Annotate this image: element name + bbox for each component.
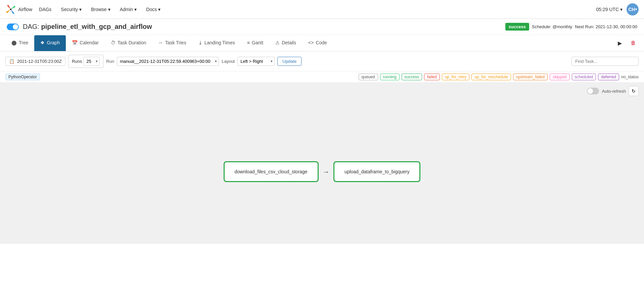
airflow-logo-icon [5, 4, 16, 15]
dag-meta: success Schedule: @monthly Next Run: 202… [505, 23, 637, 31]
tab-details[interactable]: ⚠ Details [269, 35, 302, 51]
layout-select[interactable]: Left > Right Top > Bottom [237, 57, 275, 66]
graph-content: download_files_csv_cloud_storage → uploa… [0, 99, 644, 244]
update-button[interactable]: Update [277, 57, 302, 66]
graph-area: Auto-refresh ↻ download_files_csv_cloud_… [0, 83, 644, 244]
tabs: ⬤ Tree ❖ Graph 📅 Calendar ⏱ Task Duratio… [0, 35, 644, 51]
avatar[interactable]: CH ▾ [627, 3, 639, 15]
svg-point-1 [10, 8, 12, 10]
chevron-down-icon: ▾ [108, 7, 110, 12]
nav-browse[interactable]: Browse ▾ [87, 5, 114, 14]
status-running: running [380, 74, 400, 80]
run-select-wrap: manual__2021-12-31T05:22:59.400963+00:00 [117, 57, 219, 66]
runs-label: Runs [72, 59, 82, 64]
run-label: Run [106, 59, 114, 64]
graph-toolbar: Auto-refresh ↻ [0, 83, 644, 99]
chevron-down-icon: ▾ [620, 7, 623, 12]
runs-select-wrap: 25 [83, 57, 100, 66]
graph-icon: ❖ [40, 40, 45, 45]
tree-icon: ⬤ [11, 40, 17, 45]
calendar-icon: 📋 [9, 59, 14, 64]
status-deferred: deferred [598, 74, 619, 80]
nav-dags[interactable]: DAGs [35, 5, 55, 14]
status-success: success [402, 74, 422, 80]
dag-toggle[interactable] [7, 24, 19, 30]
refresh-icon: ↻ [632, 88, 636, 94]
brand-label: Airflow [18, 7, 32, 12]
status-no-status: no_status [621, 75, 639, 79]
tab-task-duration[interactable]: ⏱ Task Duration [105, 35, 152, 51]
schedule-info: Schedule: @monthly [532, 24, 572, 29]
status-up-for-retry: up_for_retry [442, 74, 470, 80]
status-skipped: skipped [550, 74, 569, 80]
tab-tree[interactable]: ⬤ Tree [5, 35, 34, 51]
code-icon: <> [308, 40, 314, 45]
runs-control: Runs 25 [68, 55, 103, 68]
status-badge: success [505, 23, 529, 31]
runs-select[interactable]: 25 [83, 57, 100, 66]
utc-time[interactable]: 05:29 UTC ▾ [596, 7, 623, 12]
refresh-button[interactable]: ↻ [629, 86, 639, 96]
layout-select-wrap: Left > Right Top > Bottom [237, 57, 275, 66]
status-up-for-reschedule: up_for_reschedule [471, 74, 511, 80]
nav-links: DAGs Security ▾ Browse ▾ Admin ▾ Docs ▾ [35, 5, 165, 14]
status-scheduled: scheduled [572, 74, 596, 80]
status-queued: queued [359, 74, 378, 80]
delete-button[interactable]: 🗑 [628, 38, 639, 48]
tab-landing-times[interactable]: ⤓ Landing Times [192, 35, 241, 51]
landing-times-icon: ⤓ [198, 40, 202, 45]
brand[interactable]: Airflow [5, 4, 32, 15]
tab-gantt[interactable]: ≡ Gantt [241, 35, 269, 51]
chevron-down-icon: ▾ [158, 7, 160, 12]
details-icon: ⚠ [275, 40, 280, 45]
nav-security[interactable]: Security ▾ [57, 5, 86, 14]
calendar-icon: 📅 [72, 40, 78, 45]
operator-badge: PythonOperator [5, 74, 40, 80]
dag-header: DAG: pipeline_etl_with_gcp_and_airflow s… [0, 19, 644, 35]
tab-calendar[interactable]: 📅 Calendar [66, 35, 105, 51]
auto-refresh-toggle[interactable] [587, 88, 599, 94]
dag-node-download[interactable]: download_files_csv_cloud_storage [224, 161, 319, 182]
chevron-down-icon: ▾ [134, 7, 137, 12]
next-run: Next Run: 2021-12-30, 00:00:00 [575, 24, 637, 29]
dag-arrow: → [319, 168, 333, 176]
status-row: PythonOperator queued running success fa… [0, 72, 644, 83]
task-tries-icon: ↔ [158, 40, 163, 45]
nav-right: 05:29 UTC ▾ CH ▾ [596, 3, 639, 15]
auto-refresh-label: Auto-refresh [602, 89, 626, 94]
status-failed: failed [424, 74, 440, 80]
task-duration-icon: ⏱ [111, 40, 116, 45]
tab-graph[interactable]: ❖ Graph [34, 35, 66, 51]
date-picker[interactable]: 📋 2021-12-31T05:23:00Z [5, 57, 65, 66]
chevron-down-icon: ▾ [79, 7, 82, 12]
tab-task-tries[interactable]: ↔ Task Tries [152, 35, 192, 51]
dag-node-upload[interactable]: upload_dataframe_to_bigquery [333, 161, 421, 182]
nav-admin[interactable]: Admin ▾ [116, 5, 141, 14]
play-button[interactable]: ▶ [614, 38, 625, 48]
find-task-input[interactable] [571, 57, 639, 66]
gantt-icon: ≡ [247, 40, 250, 45]
layout-label: Layout [222, 59, 235, 64]
toolbar: 📋 2021-12-31T05:23:00Z Runs 25 Run manua… [0, 51, 644, 72]
run-select[interactable]: manual__2021-12-31T05:22:59.400963+00:00 [117, 57, 219, 66]
tab-actions: ▶ 🗑 [614, 35, 639, 51]
status-upstream-failed: upstream_failed [513, 74, 548, 80]
dag-title: DAG: pipeline_etl_with_gcp_and_airflow [23, 23, 501, 31]
navbar: Airflow DAGs Security ▾ Browse ▾ Admin ▾… [0, 0, 644, 19]
chevron-down-icon: ▾ [635, 7, 637, 11]
nav-docs[interactable]: Docs ▾ [142, 5, 165, 14]
tab-code[interactable]: <> Code [302, 35, 333, 51]
